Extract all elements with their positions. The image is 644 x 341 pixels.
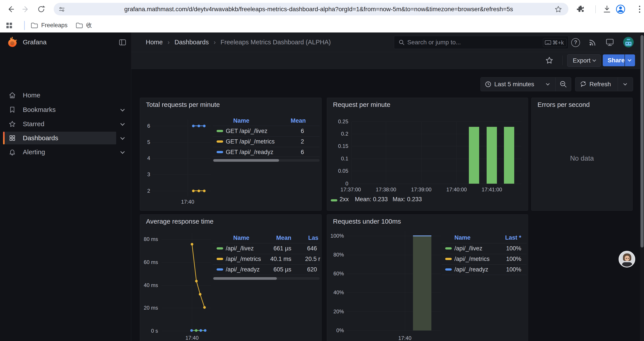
grafana-logo[interactable] [6, 36, 18, 48]
chevron-down-icon[interactable] [120, 135, 125, 140]
search-icon [398, 39, 405, 46]
legend-mean-value: 6 [268, 147, 304, 157]
refresh-interval-dropdown[interactable] [618, 78, 633, 91]
response-time-lines [140, 215, 214, 341]
export-button[interactable]: Export [567, 55, 600, 67]
y-tick: 4 [140, 155, 150, 161]
bookmark-folder-label[interactable]: Freeleaps [41, 18, 68, 33]
series-color-pill[interactable] [445, 268, 452, 270]
time-range-picker[interactable]: Last 5 minutes [481, 78, 556, 91]
sidebar-item-starred[interactable]: Starred [0, 118, 131, 130]
x-tick: 17:39:00 [406, 187, 437, 193]
legend-series-name[interactable]: /api/_/livez [226, 243, 254, 254]
legend-series-name[interactable]: 2xx [340, 195, 349, 203]
y-tick: 0.25 [332, 119, 348, 125]
chevron-down-icon[interactable] [120, 121, 125, 126]
legend-table: Name Mean Las /api/_/livez 661 µs 646 /a… [213, 215, 320, 341]
zoom-out-icon [560, 80, 567, 88]
y-tick: 60% [327, 270, 344, 277]
sidebar-item-alerting[interactable]: Alerting [0, 146, 131, 158]
panel-title[interactable]: Request per minute [333, 101, 390, 108]
series-color-pill[interactable] [445, 258, 452, 260]
chevron-down-icon[interactable] [120, 149, 125, 154]
breadcrumb-dashboards[interactable]: Dashboards [174, 39, 209, 46]
share-button[interactable]: Share [603, 55, 624, 66]
panel-title[interactable]: Total requests per minute [146, 101, 220, 108]
profile-icon[interactable] [616, 4, 626, 14]
search-input[interactable]: Search or jump to... ⌘+k [394, 36, 568, 49]
x-tick: 17:40 [392, 335, 418, 341]
help-icon[interactable]: ? [571, 38, 580, 47]
series-color-pill[interactable] [216, 268, 223, 270]
star-icon [9, 121, 16, 128]
legend-mean-value: 661 µs [250, 243, 291, 254]
panel-title[interactable]: Errors per second [538, 101, 590, 108]
time-range-label: Last 5 minutes [494, 78, 534, 91]
legend-header-name[interactable]: Name [454, 232, 470, 243]
bookmark-star-icon[interactable] [554, 6, 562, 13]
url-bar[interactable]: grafana.mathmast.com/d/deytv4rwavabkb/fr… [54, 3, 568, 15]
share-dropdown-button[interactable] [625, 55, 635, 66]
legend-series-name[interactable]: GET /api/_/readyz [226, 147, 273, 157]
forward-icon[interactable] [22, 5, 30, 14]
monitor-icon[interactable] [605, 38, 615, 47]
legend-series-name[interactable]: /api/_/readyz [454, 264, 488, 275]
download-icon[interactable] [602, 5, 612, 14]
url-text[interactable]: grafana.mathmast.com/d/deytv4rwavabkb/fr… [124, 3, 513, 15]
legend-series-name[interactable]: /api/_/metrics [454, 254, 490, 264]
toolbar-divider [595, 5, 596, 13]
assistant-avatar[interactable] [618, 251, 635, 267]
x-tick: 17:40:00 [441, 187, 472, 193]
user-avatar[interactable] [623, 37, 634, 47]
apps-grid-icon[interactable] [6, 22, 13, 29]
legend-series-name[interactable]: /api/_/livez [454, 243, 482, 254]
panel-title[interactable]: Requests under 100ms [333, 218, 401, 225]
dashboards-grid-icon [9, 135, 16, 142]
legend-scrollbar[interactable] [213, 159, 320, 162]
legend-header-name[interactable]: Name [233, 233, 250, 243]
extensions-icon[interactable] [576, 5, 585, 13]
sidebar-item-label: Starred [23, 118, 44, 130]
legend-header-mean[interactable]: Mean [268, 115, 306, 126]
legend-table: Name Last * /api/_/livez 100% /api/_/met… [442, 215, 526, 341]
bell-icon [9, 149, 16, 156]
reload-icon[interactable] [37, 5, 46, 14]
page-scrollbar[interactable] [640, 33, 644, 341]
zoom-out-button[interactable] [556, 78, 571, 91]
browser-menu-icon[interactable] [635, 5, 644, 14]
favorite-star-icon[interactable] [545, 56, 553, 64]
shortcut-label: ⌘+k [552, 38, 564, 47]
legend-max: Max: 0.233 [392, 195, 422, 203]
rss-icon[interactable] [588, 38, 597, 47]
data-point [192, 190, 195, 192]
legend-header-last[interactable]: Las [308, 233, 318, 243]
scrollbar-thumb[interactable] [640, 35, 644, 247]
legend-series-name[interactable]: GET /api/_/livez [226, 126, 268, 136]
legend-header-last[interactable]: Last * [486, 232, 521, 243]
sidebar-toggle-icon[interactable] [118, 38, 127, 47]
series-color-pill[interactable] [445, 247, 452, 249]
breadcrumb-home[interactable]: Home [146, 39, 163, 46]
series-color-pill[interactable] [216, 130, 223, 132]
sidebar-item-dashboards[interactable]: Dashboards [0, 132, 131, 144]
no-data-text: No data [532, 154, 632, 162]
chevron-down-icon [592, 58, 596, 62]
series-color-pill[interactable] [216, 140, 223, 143]
series-color-pill[interactable] [331, 199, 337, 201]
sidebar: Grafana Home Bookmarks Starred Dashboard… [0, 33, 131, 341]
series-color-pill[interactable] [216, 151, 223, 153]
refresh-button[interactable]: Refresh [576, 78, 618, 91]
brand-name[interactable]: Grafana [23, 33, 46, 52]
legend-header-name[interactable]: Name [233, 115, 250, 126]
legend-header-mean[interactable]: Mean [250, 233, 291, 243]
back-icon[interactable] [6, 5, 15, 14]
site-settings-icon[interactable] [58, 6, 65, 13]
series-color-pill[interactable] [216, 247, 223, 249]
chevron-down-icon [628, 58, 632, 62]
y-tick: 0.15 [332, 143, 348, 149]
legend-series-name[interactable]: GET /api/_/metrics [226, 136, 275, 147]
series-color-pill[interactable] [216, 258, 223, 260]
legend-last-value: 100% [486, 264, 521, 275]
legend-scrollbar[interactable] [213, 277, 320, 280]
legend-mean-value: 40.1 ms [250, 254, 291, 264]
